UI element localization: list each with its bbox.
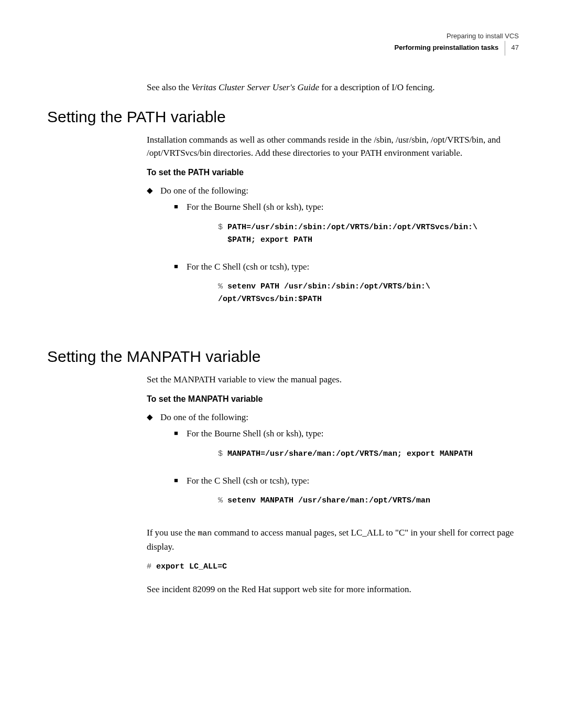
section1-para: Installation commands as well as other c…	[147, 133, 519, 160]
code-line: setenv MANPATH /usr/share/man:/opt/VRTS/…	[227, 496, 430, 505]
section1-subhead: To set the PATH variable	[147, 166, 519, 179]
bullet-level1: ◆ Do one of the following: ■ For the Bou…	[147, 411, 519, 521]
header-section: Performing preinstallation tasks	[395, 44, 499, 52]
code-line: $PATH; export PATH	[227, 235, 312, 244]
code-line: PATH=/usr/sbin:/sbin:/opt/VRTS/bin:/opt/…	[227, 223, 477, 232]
page-header: Preparing to install VCS Performing prei…	[47, 31, 519, 56]
code-prompt: %	[218, 496, 227, 505]
square-bullet-icon: ■	[174, 260, 187, 272]
code-prompt: $	[218, 449, 227, 458]
page-content: Preparing to install VCS Performing prei…	[0, 0, 566, 623]
bullet-l2a-text: For the Bourne Shell (sh or ksh), type:	[187, 429, 324, 438]
section2-body: Set the MANPATH variable to view the man…	[147, 373, 519, 596]
tail1-prefix: If you use the	[147, 528, 198, 538]
section2-subhead: To set the MANPATH variable	[147, 393, 519, 405]
square-bullet-icon: ■	[174, 200, 187, 212]
code-block: $ PATH=/usr/sbin:/sbin:/opt/VRTS/bin:/op…	[218, 221, 519, 247]
header-chapter: Preparing to install VCS	[447, 32, 519, 40]
code-line: MANPATH=/usr/share/man:/opt/VRTS/man; ex…	[227, 449, 473, 458]
intro-paragraph: See also the Veritas Cluster Server User…	[147, 81, 519, 94]
code-prompt: $	[218, 223, 227, 232]
inline-code-man: man	[198, 529, 212, 538]
page-number: 47	[511, 44, 519, 52]
bullet-l1-text: Do one of the following:	[160, 186, 248, 196]
section2-para: Set the MANPATH variable to view the man…	[147, 373, 519, 387]
code-line: export LC_ALL=C	[156, 562, 227, 571]
code-line: /opt/VRTSvcs/bin:$PATH	[218, 295, 322, 304]
square-bullet-icon: ■	[174, 474, 187, 486]
bullet-level2: ■ For the Bourne Shell (sh or ksh), type…	[174, 200, 519, 256]
bullet-l1-content: Do one of the following: ■ For the Bourn…	[160, 184, 519, 320]
bullet-level1: ◆ Do one of the following: ■ For the Bou…	[147, 184, 519, 320]
intro-guide-title: Veritas Cluster Server User's Guide	[191, 82, 319, 92]
code-line: setenv PATH /usr/sbin:/sbin:/opt/VRTS/bi…	[227, 282, 430, 291]
bullet-l2a-text: For the Bourne Shell (sh or ksh), type:	[187, 202, 324, 212]
diamond-bullet-icon: ◆	[147, 411, 160, 423]
bullet-l1-content: Do one of the following: ■ For the Bourn…	[160, 411, 519, 521]
bullet-l2-content: For the Bourne Shell (sh or ksh), type: …	[187, 427, 519, 470]
bullet-level2: ■ For the C Shell (csh or tcsh), type: %…	[174, 474, 519, 517]
code-block: % setenv PATH /usr/sbin:/sbin:/opt/VRTS/…	[218, 281, 519, 306]
bullet-l2-content: For the C Shell (csh or tcsh), type: % s…	[187, 260, 519, 316]
section1-body: Installation commands as well as other c…	[147, 133, 519, 320]
bullet-level2: ■ For the Bourne Shell (sh or ksh), type…	[174, 427, 519, 470]
code-block: $ MANPATH=/usr/share/man:/opt/VRTS/man; …	[218, 448, 519, 461]
header-divider	[505, 41, 505, 56]
section-title-path: Setting the PATH variable	[47, 108, 519, 126]
code-block: % setenv MANPATH /usr/share/man:/opt/VRT…	[218, 495, 519, 507]
tail-paragraph-2: See incident 82099 on the Red Hat suppor…	[147, 583, 519, 596]
code-prompt: %	[218, 282, 227, 291]
code-block: # export LC_ALL=C	[147, 561, 519, 573]
bullet-level2: ■ For the C Shell (csh or tcsh), type: %…	[174, 260, 519, 316]
bullet-l2-content: For the Bourne Shell (sh or ksh), type: …	[187, 200, 519, 256]
section-title-manpath: Setting the MANPATH variable	[47, 348, 519, 366]
intro-prefix: See also the	[147, 82, 191, 92]
bullet-l1-text: Do one of the following:	[160, 412, 248, 422]
square-bullet-icon: ■	[174, 427, 187, 439]
bullet-l2-content: For the C Shell (csh or tcsh), type: % s…	[187, 474, 519, 517]
diamond-bullet-icon: ◆	[147, 184, 160, 197]
tail-paragraph-1: If you use the man command to access man…	[147, 526, 519, 553]
bullet-l2b-text: For the C Shell (csh or tcsh), type:	[187, 262, 309, 272]
code-prompt: #	[147, 562, 156, 571]
intro-suffix: for a description of I/O fencing.	[319, 82, 434, 92]
bullet-l2b-text: For the C Shell (csh or tcsh), type:	[187, 476, 309, 486]
